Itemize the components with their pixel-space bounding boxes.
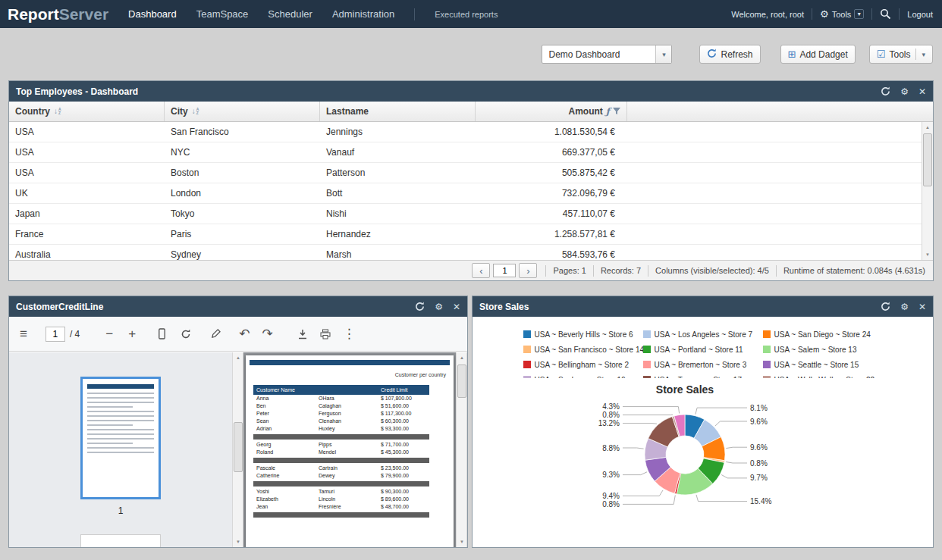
pdf-doc-lastname: Mendel xyxy=(319,449,336,455)
page-view-icon[interactable] xyxy=(157,328,167,339)
scroll-down-icon[interactable]: ▼ xyxy=(457,537,467,547)
refresh-icon[interactable] xyxy=(415,302,425,311)
legend-swatch-icon xyxy=(523,346,531,353)
legend-item[interactable]: USA ~ San Francisco ~ Store 14 xyxy=(523,346,643,354)
gear-icon[interactable]: ⚙ xyxy=(435,302,443,311)
table-row[interactable]: AustraliaSydneyMarsh584.593,76 € xyxy=(9,245,922,260)
scroll-up-icon[interactable]: ▲ xyxy=(233,352,243,363)
annotate-pen-icon[interactable] xyxy=(211,329,221,339)
scrollbar-thumb[interactable] xyxy=(923,133,932,186)
sidebar-toggle-icon[interactable]: ≡ xyxy=(20,327,27,340)
scroll-up-icon[interactable]: ▲ xyxy=(457,352,467,363)
scrollbar-thumb[interactable] xyxy=(457,364,466,398)
column-header-country[interactable]: Country ↓AZ xyxy=(9,102,165,121)
navbar-tools-menu[interactable]: ⚙ Tools ▾ xyxy=(820,9,864,19)
grid-rows: USASan FranciscoJennings1.081.530,54 €US… xyxy=(9,122,922,260)
refresh-icon[interactable] xyxy=(881,302,890,311)
gear-icon[interactable]: ⚙ xyxy=(900,87,909,96)
pdf-thumbnail-page-1[interactable] xyxy=(80,377,161,499)
close-icon[interactable]: ✕ xyxy=(918,87,926,96)
prev-page-button[interactable]: ‹ xyxy=(472,263,490,278)
slice-percent-label: 9.4% xyxy=(602,492,620,500)
pdf-doc-credit: $ 90,300.00 xyxy=(381,489,409,494)
slice-percent-label: 8.1% xyxy=(750,404,768,412)
scrollbar-thumb[interactable] xyxy=(234,422,243,472)
column-header-lastname[interactable]: Lastname xyxy=(320,102,476,121)
scroll-down-icon[interactable]: ▼ xyxy=(922,249,933,260)
page-input[interactable] xyxy=(493,264,516,277)
filter-icon[interactable] xyxy=(613,108,620,115)
tools-button[interactable]: ☑ Tools ▾ xyxy=(869,45,933,64)
app-logo[interactable]: ReportServer xyxy=(8,5,108,23)
logout-link[interactable]: Logout xyxy=(907,10,933,19)
legend-item[interactable]: USA ~ Los Angeles ~ Store 7 xyxy=(643,330,763,339)
more-options-icon[interactable]: ⋮ xyxy=(343,327,356,340)
gear-icon[interactable]: ⚙ xyxy=(900,302,909,311)
nav-teamspace[interactable]: TeamSpace xyxy=(196,8,249,20)
main-scrollbar[interactable]: ▲ ▼ xyxy=(456,352,467,547)
legend-item[interactable]: USA ~ Spokane ~ Store 16 xyxy=(523,376,643,379)
column-header-city[interactable]: City ↓AZ xyxy=(165,102,320,121)
pdf-doc-row: AdrianHuxley$ 93,300.00 xyxy=(253,425,429,433)
pdf-thumbnail-page-2[interactable] xyxy=(80,534,161,547)
table-row[interactable]: JapanTokyoNishi457.110,07 € xyxy=(9,204,922,224)
legend-item[interactable]: USA ~ San Diego ~ Store 24 xyxy=(763,330,883,339)
scroll-down-icon[interactable]: ▼ xyxy=(233,537,243,547)
search-icon[interactable] xyxy=(880,8,891,20)
pdf-page-input[interactable] xyxy=(46,327,65,342)
rotate-icon[interactable] xyxy=(181,329,191,339)
pdf-main-view: Customer per country Customer Name Credi… xyxy=(243,352,456,547)
table-row[interactable]: USANYCVanauf669.377,05 € xyxy=(9,142,922,163)
chevron-down-icon[interactable]: ▾ xyxy=(922,51,925,58)
add-dadget-button[interactable]: ⊞ Add Dadget xyxy=(780,45,856,64)
panel-header-icons: ⚙ ✕ xyxy=(881,86,926,96)
column-header-amount[interactable]: Amount ƒ xyxy=(476,102,627,121)
refresh-button[interactable]: Refresh xyxy=(699,45,760,64)
table-row[interactable]: FranceParisHernandez1.258.577,81 € xyxy=(9,224,922,245)
dashboard-select[interactable]: Demo Dashboard ▾ xyxy=(542,45,672,64)
legend-label: USA ~ Salem ~ Store 13 xyxy=(774,346,857,354)
zoom-in-icon[interactable]: + xyxy=(128,327,136,340)
legend-item[interactable]: USA ~ Beverly Hills ~ Store 6 xyxy=(523,330,643,339)
pdf-doc-credit: $ 45,300.00 xyxy=(381,449,409,455)
legend-swatch-icon xyxy=(523,330,531,338)
cell-city: Tokyo xyxy=(165,204,320,224)
panel-store-sales: Store Sales ⚙ ✕ USA ~ Beverly Hills ~ St… xyxy=(472,296,934,548)
nav-scheduler[interactable]: Scheduler xyxy=(268,8,312,20)
close-icon[interactable]: ✕ xyxy=(918,302,926,311)
pdf-group-separator xyxy=(253,512,429,518)
nav-administration[interactable]: Administration xyxy=(332,8,394,20)
nav-executed-reports[interactable]: Executed reports xyxy=(435,10,498,19)
zoom-out-icon[interactable]: − xyxy=(105,327,113,340)
legend-item[interactable]: USA ~ Bellingham ~ Store 2 xyxy=(523,361,643,369)
legend-item[interactable]: USA ~ Salem ~ Store 13 xyxy=(763,346,883,354)
cell-amount: 505.875,42 € xyxy=(476,163,627,183)
refresh-icon[interactable] xyxy=(881,86,890,96)
close-icon[interactable]: ✕ xyxy=(453,302,460,311)
table-row[interactable]: USASan FranciscoJennings1.081.530,54 € xyxy=(9,122,922,142)
cell-lastname: Hernandez xyxy=(320,224,476,244)
scroll-up-icon[interactable]: ▲ xyxy=(922,122,933,133)
thumbnail-text-line xyxy=(87,447,154,449)
refresh-icon xyxy=(707,48,717,60)
legend-item[interactable]: USA ~ Walla Walla ~ Store 22 xyxy=(763,376,883,379)
legend-item[interactable]: USA ~ Bremerton ~ Store 3 xyxy=(643,361,763,369)
pdf-doc-credit: $ 107,800.00 xyxy=(381,396,412,401)
redo-icon[interactable]: ↷ xyxy=(262,327,272,340)
table-row[interactable]: UKLondonBott732.096,79 € xyxy=(9,183,922,204)
table-row[interactable]: USABostonPatterson505.875,42 € xyxy=(9,163,922,183)
chevron-down-icon[interactable]: ▾ xyxy=(655,45,671,63)
legend-item[interactable]: USA ~ Seattle ~ Store 15 xyxy=(763,361,883,369)
next-page-button[interactable]: › xyxy=(519,263,537,278)
download-icon[interactable] xyxy=(297,329,308,339)
legend-item[interactable]: USA ~ Portland ~ Store 11 xyxy=(643,346,763,354)
nav-dashboard[interactable]: Dashboard xyxy=(128,8,177,20)
pdf-doc-firstname: Catherine xyxy=(256,473,279,478)
print-icon[interactable] xyxy=(320,329,331,339)
undo-icon[interactable]: ↶ xyxy=(239,327,250,340)
label-line xyxy=(715,421,747,426)
pdf-doc-firstname: Pascale xyxy=(256,465,275,471)
sidebar-scrollbar[interactable]: ▲ ▼ xyxy=(232,352,243,547)
legend-item[interactable]: USA ~ Tacoma ~ Store 17 xyxy=(643,376,763,379)
vertical-scrollbar[interactable]: ▲ ▼ xyxy=(922,122,933,260)
